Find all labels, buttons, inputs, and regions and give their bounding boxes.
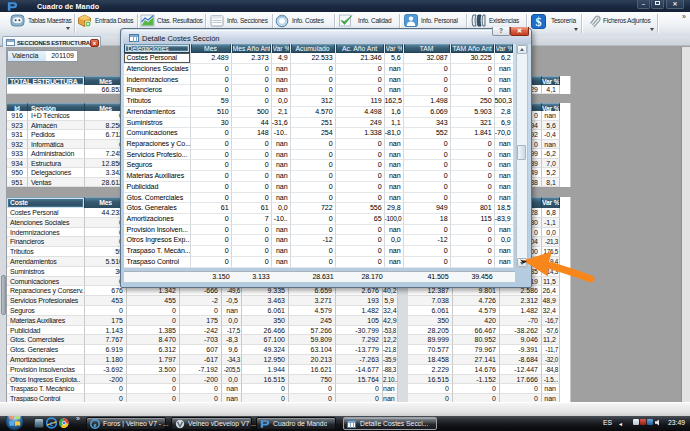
svg-text:$: $ xyxy=(536,15,542,29)
svg-text:e: e xyxy=(94,421,97,428)
svg-text:e: e xyxy=(50,419,54,428)
